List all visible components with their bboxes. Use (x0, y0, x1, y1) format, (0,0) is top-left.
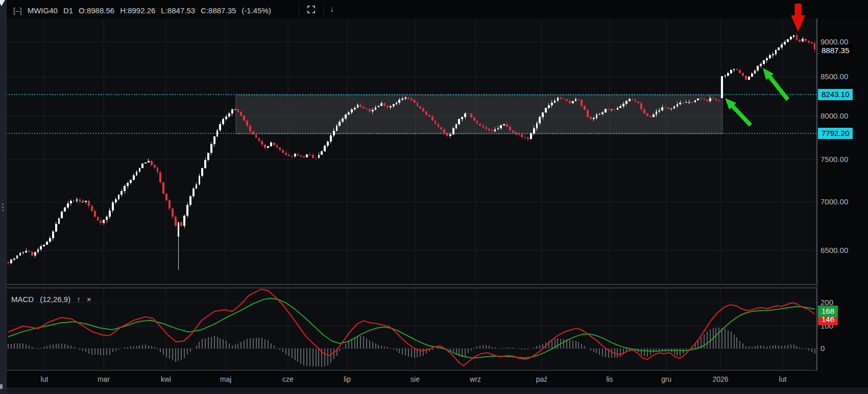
toolbar-bottom-icon[interactable] (0, 384, 3, 389)
signal-value-badge: 168 (818, 306, 838, 317)
header-separator (323, 2, 324, 16)
month-label: sie (411, 375, 420, 383)
month-label: lip (344, 375, 351, 383)
month-label: lut (41, 375, 49, 383)
bottom-strip (0, 387, 868, 394)
interval-label[interactable]: D1 (63, 6, 73, 15)
drawing-tool-icon[interactable]: ↓ (0, 24, 1, 32)
month-label: paź (536, 375, 548, 383)
level-price-badge-1[interactable]: 8243.10 (818, 89, 853, 100)
month-label: mar (98, 375, 110, 383)
macd-move-up-icon[interactable]: ↑ (77, 295, 81, 304)
month-label: lut (779, 375, 787, 383)
time-axis[interactable]: lutmarkwimajczelipsiewrzpaźlisgru2026lut (0, 370, 868, 387)
macd-legend: MACD (12,26,9) ↑ × (11, 295, 91, 304)
price-tick-label: 6500.00 (821, 246, 848, 254)
month-label: kwi (161, 375, 171, 383)
header-separator (299, 2, 299, 16)
symbol-legend: [–] MWIG40 D1 O:8988.56 H:8992.26 L:8847… (13, 5, 271, 16)
price-tick-label: 8500.00 (821, 72, 848, 81)
chart-canvas[interactable] (0, 0, 868, 394)
month-label: cze (282, 375, 294, 383)
month-label: maj (220, 375, 232, 383)
drawing-toolbar[interactable]: ↓ (0, 0, 7, 394)
macd-params: (12,26,9) (40, 295, 70, 304)
ohlc-open: O:8988.56 (79, 6, 114, 15)
level-price-badge-2[interactable]: 7792.20 (818, 128, 853, 139)
month-label: lis (606, 375, 613, 383)
price-tick-label: 7000.00 (821, 197, 848, 206)
month-label: wrz (470, 375, 481, 383)
price-tick-label: 8000.00 (821, 111, 848, 120)
ohlc-low: L:8847.53 (161, 6, 195, 15)
legend-collapse-button[interactable]: [–] (13, 6, 22, 15)
pane-separator[interactable] (6, 284, 817, 288)
price-tick-label: 7500.00 (821, 155, 848, 164)
sell-arrow[interactable] (791, 4, 805, 32)
toolbar-handle-dot[interactable] (2, 203, 4, 205)
trading-chart-app: ↓ [–] MWIG40 D1 O:8988.56 H:8992.26 L:88… (0, 0, 868, 394)
toolbar-handle-dot[interactable] (2, 210, 4, 211)
last-price-badge: 8887.35 (818, 45, 853, 56)
ohlc-close: C:8887.35 (201, 6, 236, 15)
buy-arrow-lower[interactable] (725, 98, 752, 127)
maximize-pane-icon[interactable] (307, 6, 315, 15)
scroll-down-icon[interactable]: ↓ (330, 5, 334, 14)
change-percent: (-1.45%) (242, 6, 271, 15)
ohlc-high: H:8992.26 (120, 6, 155, 15)
cursor-tool-icon[interactable] (0, 0, 6, 6)
macd-close-icon[interactable]: × (87, 295, 91, 304)
macd-tick-label: 0 (821, 344, 825, 353)
symbol-name[interactable]: MWIG40 (28, 6, 58, 15)
macd-title[interactable]: MACD (11, 295, 34, 304)
month-label: gru (661, 375, 671, 383)
toolbar-handle-dot[interactable] (2, 206, 4, 208)
month-label: 2026 (712, 375, 728, 383)
buy-arrow-upper[interactable] (763, 68, 789, 101)
